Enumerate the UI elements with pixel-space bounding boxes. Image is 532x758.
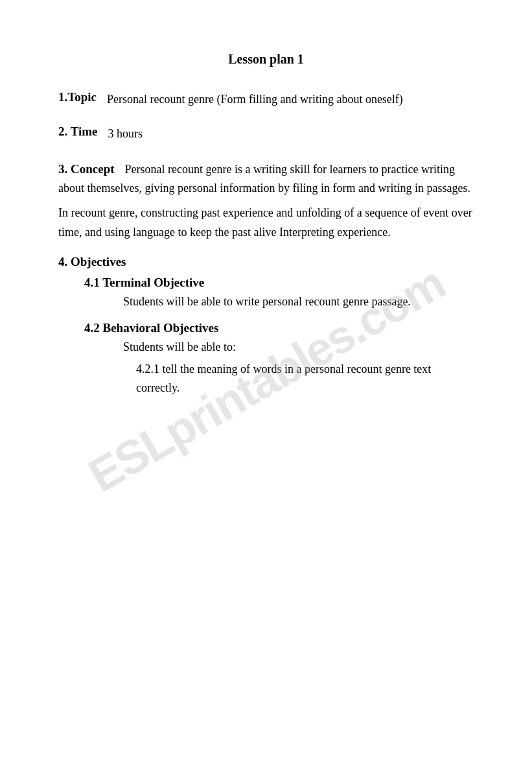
topic-content: Personal recount genre (Form filling and…: [107, 90, 403, 109]
behavioral-objectives-block: 4.2 Behavioral Objectives Students will …: [84, 321, 474, 398]
topic-label: 1.Topic: [58, 90, 97, 104]
concept-paragraph1: 3. ConceptPersonal recount genre is a wr…: [58, 159, 474, 198]
concept-paragraph2: In recount genre, constructing past expe…: [58, 204, 474, 242]
objectives-section: 4. Objectives 4.1 Terminal Objective Stu…: [58, 255, 474, 398]
time-section: 2. Time 3 hours: [58, 124, 474, 143]
behavioral-objective-item-1: 4.2.1 tell the meaning of words in a per…: [136, 360, 474, 398]
behavioral-objectives-heading: 4.2 Behavioral Objectives: [84, 321, 218, 335]
terminal-objective-text: Students will be able to write personal …: [123, 292, 474, 312]
obj-item-num: 4.2.1: [136, 362, 159, 375]
concept-label: 3. Concept: [58, 162, 115, 176]
time-content: 3 hours: [108, 124, 143, 143]
terminal-objective-block: 4.1 Terminal Objective Students will be …: [84, 276, 474, 312]
page-title: Lesson plan 1: [58, 52, 474, 67]
terminal-objective-heading: 4.1 Terminal Objective: [84, 276, 204, 289]
time-label: 2. Time: [58, 124, 98, 139]
concept-section: 3. ConceptPersonal recount genre is a wr…: [58, 159, 474, 243]
topic-section: 1.Topic Personal recount genre (Form fil…: [58, 90, 474, 109]
behavioral-objectives-intro: Students will be able to:: [123, 338, 474, 357]
objectives-heading: 4. Objectives: [58, 255, 474, 269]
obj-item-text: tell the meaning of words in a personal …: [136, 362, 431, 395]
